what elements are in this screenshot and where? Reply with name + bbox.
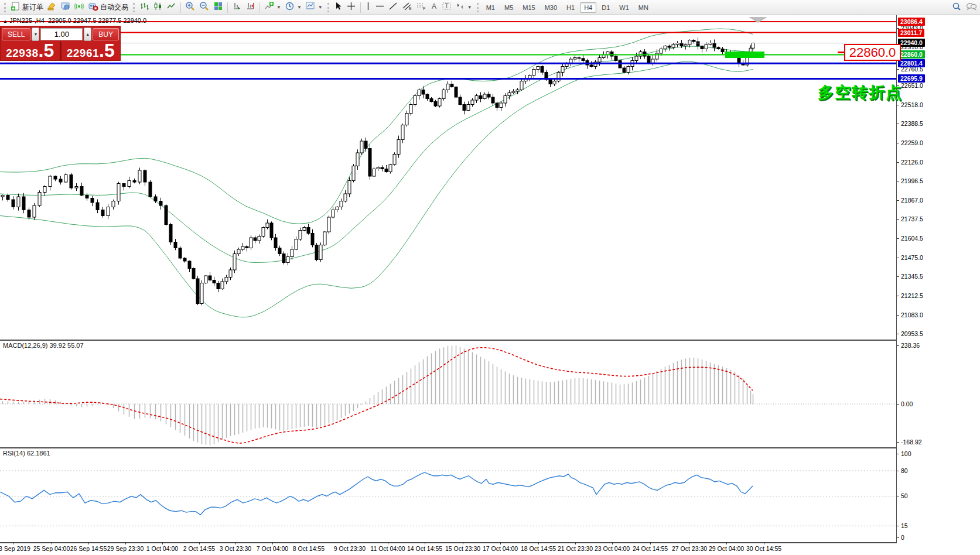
price-tag[interactable]: 22860.0 [844, 44, 901, 61]
main-chart-canvas[interactable] [0, 15, 896, 340]
crosshair-button[interactable] [344, 0, 358, 15]
text-icon: A [430, 1, 438, 13]
metaeditor-button[interactable] [45, 0, 59, 15]
buy-price[interactable]: 22961 .5 [62, 42, 121, 61]
arrows-icon [455, 1, 465, 13]
toolbar-drag-handle[interactable] [133, 3, 135, 12]
text-label-icon: T [442, 1, 452, 13]
timeframe-button-M5[interactable]: M5 [500, 2, 517, 13]
autotrading-button[interactable]: 自动交易 [86, 0, 130, 15]
timeframe-button-M30[interactable]: M30 [541, 2, 561, 13]
vertical-line-button[interactable] [363, 0, 373, 15]
zoom-out-button[interactable] [197, 0, 211, 15]
timeframe-button-M1[interactable]: M1 [482, 2, 499, 13]
toolbar-drag-handle[interactable] [4, 3, 6, 12]
sell-button[interactable]: SELL [2, 28, 30, 40]
axis-tick [897, 181, 899, 181]
one-click-trading-panel: SELL ▼ ▲ BUY 22938 .5 22961 .5 [0, 26, 121, 61]
timeframe-button-MN[interactable]: MN [634, 2, 653, 13]
metaeditor-icon [47, 1, 57, 13]
horizontal-line-icon [375, 1, 385, 13]
fibonacci-button[interactable]: F [414, 0, 428, 15]
time-axis-label: 7 Oct 04:00 [257, 545, 288, 552]
clock-icon [285, 1, 295, 13]
periods-button[interactable]: ▼ [283, 0, 303, 15]
templates-button[interactable]: ▼ [303, 0, 325, 15]
one-click-toggle-arrow[interactable]: ▲ [3, 19, 8, 24]
time-axis-label: 24 Oct 14:55 [633, 545, 668, 552]
timeframe-button-W1[interactable]: W1 [615, 2, 633, 13]
sell-price-int: 22938 [6, 47, 38, 60]
toolbar-drag-handle[interactable] [327, 3, 329, 12]
signals-button[interactable] [73, 0, 86, 15]
sell-price-frac: .5 [39, 42, 54, 59]
search-icon [951, 1, 962, 14]
timeframe-button-H4[interactable]: H4 [580, 2, 596, 13]
time-axis-label: 21 Oct 23:30 [558, 545, 593, 552]
cursor-button[interactable] [332, 0, 344, 15]
new-order-button[interactable]: 新订单 [9, 0, 45, 15]
axis-tick [612, 542, 613, 544]
horizontal-line-button[interactable] [373, 0, 387, 15]
chevron-down-icon: ▼ [297, 5, 302, 10]
volume-increase-button[interactable]: ▲ [84, 28, 91, 41]
search-button[interactable] [950, 0, 964, 15]
text-label-button[interactable]: T [440, 0, 453, 15]
arrows-button[interactable]: ▼ [453, 0, 474, 15]
auto-scroll-button[interactable] [230, 0, 244, 15]
axis-tick [463, 542, 463, 544]
tile-windows-button[interactable] [211, 0, 225, 15]
axis-tick [897, 345, 899, 346]
time-axis-label: 17 Oct 04:00 [483, 545, 518, 552]
sell-price[interactable]: 22938 .5 [1, 42, 60, 61]
trendline-button[interactable] [387, 0, 400, 15]
chart-title-text: JPN225-,H4 22905.0 22947.5 22877.5 22940… [9, 17, 146, 24]
indicators-icon [264, 1, 274, 13]
price-tick-label: 21867.0 [901, 197, 923, 204]
axis-tick [897, 143, 899, 143]
crosshair-icon [346, 1, 356, 13]
timeframe-button-D1[interactable]: D1 [597, 2, 614, 13]
axis-tick [897, 537, 899, 538]
rsi-chart-canvas[interactable] [0, 448, 896, 542]
zoom-in-button[interactable] [183, 0, 197, 15]
autotrading-label: 自动交易 [100, 2, 128, 12]
chevron-down-icon: ▼ [467, 5, 472, 10]
buy-button[interactable]: BUY [93, 28, 119, 40]
candlestick-chart-button[interactable] [151, 0, 165, 15]
timeframe-group: M1M5M15M30H1H4D1W1MN [482, 1, 653, 15]
text-button[interactable]: A [428, 0, 440, 15]
timeframe-button-M15[interactable]: M15 [518, 2, 539, 13]
rsi-tick-label: 100 [901, 450, 911, 457]
macd-chart-canvas[interactable] [0, 341, 896, 447]
axis-tick [897, 296, 899, 296]
axis-tick [500, 542, 501, 544]
time-axis-label: 23 Oct 04:00 [595, 545, 630, 552]
indicators-button[interactable]: ▼ [262, 0, 283, 15]
macd-tick-label: 0.00 [901, 400, 913, 407]
bar-chart-button[interactable] [138, 0, 151, 15]
time-axis-label: 27 Oct 23:30 [672, 545, 707, 552]
chart-shift-button[interactable] [244, 0, 257, 15]
price-axis[interactable]: 23043.022910.022760.522651.022518.022388… [897, 15, 980, 543]
axis-tick [897, 496, 899, 496]
timeframe-button-H1[interactable]: H1 [562, 2, 579, 13]
axis-tick [88, 542, 89, 544]
time-axis-label: 18 Oct 14:55 [521, 545, 556, 552]
axis-tick [575, 542, 576, 544]
market-watch-button[interactable] [59, 0, 73, 15]
chart-annotation[interactable]: 多空转折点 [818, 82, 903, 103]
chat-button[interactable] [964, 0, 979, 15]
volume-input[interactable] [40, 28, 83, 40]
time-axis-label: 8 Oct 14:55 [293, 545, 325, 552]
line-chart-button[interactable] [165, 0, 178, 15]
bar-chart-icon [139, 1, 149, 13]
equidistant-channel-button[interactable]: E [400, 0, 414, 15]
volume-decrease-button[interactable]: ▼ [32, 28, 39, 41]
macd-signal-line [0, 348, 753, 443]
time-axis[interactable]: 23 Sep 201925 Sep 04:0026 Sep 14:5529 Se… [0, 543, 896, 555]
time-axis-label: 3 Oct 23:30 [220, 545, 251, 552]
mt4-window: 新订单 自动交易 [0, 0, 980, 555]
zoom-out-icon [199, 1, 210, 13]
toolbar-drag-handle[interactable] [477, 3, 479, 12]
